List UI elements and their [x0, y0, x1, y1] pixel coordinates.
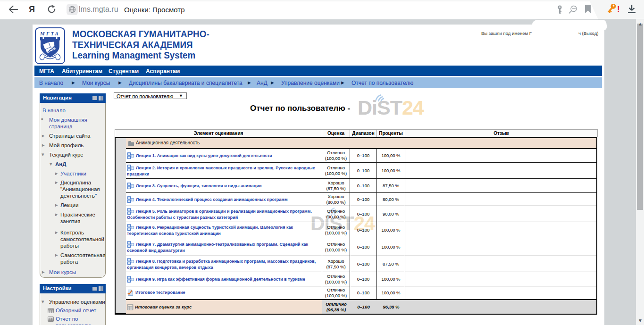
svg-text:!: !: [617, 5, 620, 14]
svg-text:МГТА: МГТА: [40, 31, 60, 36]
